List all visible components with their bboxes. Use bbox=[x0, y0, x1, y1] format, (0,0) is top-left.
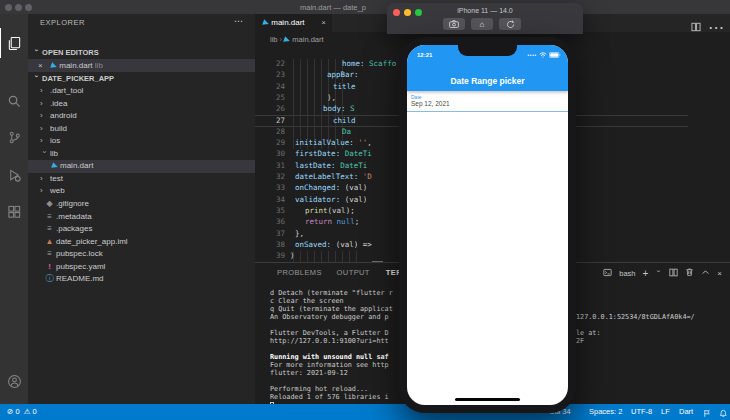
more-actions-icon[interactable]: ⋯ bbox=[234, 16, 243, 26]
code-line-26: body: S bbox=[323, 104, 355, 113]
window-minimize-button[interactable] bbox=[15, 4, 22, 11]
chevron-down-icon: › bbox=[30, 49, 43, 56]
dart-file-icon bbox=[51, 162, 59, 170]
indent-guide bbox=[314, 59, 315, 149]
editor-more-actions-icon[interactable]: ⋯ bbox=[708, 18, 724, 37]
tree-item-test[interactable]: ›test bbox=[28, 173, 255, 186]
terminal-line: Reloaded 1 of 576 libraries i bbox=[270, 393, 393, 401]
terminal-output[interactable]: d Detach (terminate "flutter rc Clear th… bbox=[270, 289, 393, 409]
new-terminal-icon[interactable]: + bbox=[642, 268, 648, 279]
language-mode[interactable]: Dart bbox=[679, 404, 693, 420]
feedback-flag-icon[interactable] bbox=[703, 408, 711, 420]
terminal-line: http://127.0.0.1:9100?uri=htt bbox=[270, 337, 393, 345]
tree-item-main-dart[interactable]: main.dart bbox=[28, 160, 255, 173]
search-icon[interactable] bbox=[0, 86, 28, 116]
date-field-value[interactable]: Sep 12, 2021 bbox=[411, 100, 450, 107]
code-line-38: onSaved: (val) => bbox=[295, 240, 372, 249]
close-icon[interactable]: × bbox=[38, 59, 43, 72]
chevron-right-icon: › bbox=[40, 173, 47, 186]
simulator-window-title: iPhone 11 — 14.0 bbox=[387, 7, 583, 14]
explorer-icon[interactable] bbox=[0, 28, 28, 58]
open-editors-section[interactable]: › OPEN EDITORS bbox=[28, 46, 255, 59]
open-editor-file: main.dart bbox=[59, 61, 92, 70]
open-editor-item[interactable]: × main.dart lib bbox=[28, 59, 255, 72]
status-bar: ⊘ 0 ⚠ 0 Col 34 Spaces: 2 UTF-8 LF Dart bbox=[0, 404, 730, 420]
tree-item--dart-tool[interactable]: ›.dart_tool bbox=[28, 85, 255, 98]
tab-close-icon[interactable]: × bbox=[321, 14, 326, 32]
kill-terminal-trash-icon[interactable] bbox=[685, 267, 694, 279]
screenshot-camera-icon[interactable] bbox=[443, 18, 465, 30]
panel-tab-problems[interactable]: PROBLEMS bbox=[277, 268, 322, 277]
tree-item-readme-md[interactable]: ⓘREADME.md bbox=[28, 273, 255, 286]
window-close-button[interactable] bbox=[5, 4, 12, 11]
line-number: 35 bbox=[255, 206, 285, 215]
tab-main-dart[interactable]: main.dart × bbox=[255, 14, 332, 32]
tree-item-date-picker-app-iml[interactable]: ▲date_picker_app.iml bbox=[28, 236, 255, 249]
window-zoom-button[interactable] bbox=[25, 4, 32, 11]
terminal-line bbox=[270, 321, 393, 329]
encoding-status[interactable]: UTF-8 bbox=[631, 404, 652, 420]
indent-guide bbox=[321, 59, 322, 149]
code-line-33: onChanged: (val) bbox=[295, 183, 367, 192]
terminal-line: d Detach (terminate "flutter r bbox=[270, 289, 393, 297]
code-line-30: firstDate: DateTi bbox=[295, 149, 372, 158]
extensions-icon[interactable] bbox=[0, 197, 28, 227]
panel-tab-output[interactable]: OUTPUT bbox=[337, 268, 370, 277]
tree-item--gitignore[interactable]: ◆.gitignore bbox=[28, 198, 255, 211]
code-line-22: home: Scaffo bbox=[342, 59, 396, 68]
chevron-right-icon: › bbox=[40, 135, 47, 148]
code-line-36: return null; bbox=[305, 217, 359, 226]
flutter-app-bar: Date Range picker bbox=[407, 71, 568, 91]
terminal-dropdown-icon[interactable]: › bbox=[655, 270, 662, 277]
line-number: 39 bbox=[255, 251, 285, 260]
line-number: 34 bbox=[255, 195, 285, 204]
project-section[interactable]: › DATE_PICKER_APP bbox=[28, 72, 255, 85]
tree-item-web[interactable]: ›web bbox=[28, 185, 255, 198]
tree-item--packages[interactable]: ≡.packages bbox=[28, 223, 255, 236]
run-debug-icon[interactable] bbox=[0, 160, 28, 190]
explorer-title: EXPLORER bbox=[40, 18, 85, 27]
split-terminal-icon[interactable] bbox=[669, 268, 678, 279]
code-line-39: ) bbox=[290, 251, 295, 260]
terminal-line-continuation: 2F bbox=[576, 337, 584, 345]
account-icon[interactable] bbox=[0, 366, 28, 396]
notifications-bell-icon[interactable] bbox=[719, 408, 728, 420]
config-file-icon: ≡ bbox=[45, 248, 54, 261]
rotate-device-icon[interactable] bbox=[499, 18, 521, 30]
eol-status[interactable]: LF bbox=[661, 404, 670, 420]
split-editor-icon[interactable] bbox=[691, 18, 701, 37]
source-control-icon[interactable] bbox=[0, 122, 28, 152]
tree-item-ios[interactable]: ›ios bbox=[28, 135, 255, 148]
shell-name[interactable]: bash bbox=[619, 269, 635, 278]
problems-status[interactable]: ⊘ 0 ⚠ 0 bbox=[7, 404, 37, 420]
terminal-line-continuation: le at: bbox=[576, 329, 601, 337]
maximize-panel-icon[interactable] bbox=[701, 268, 710, 279]
home-button-icon[interactable]: ⌂ bbox=[471, 18, 493, 30]
chevron-down-icon: › bbox=[30, 75, 43, 82]
iml-file-icon: ▲ bbox=[45, 236, 54, 249]
line-number: 38 bbox=[255, 240, 285, 249]
tree-item-android[interactable]: ›android bbox=[28, 110, 255, 123]
code-line-34: validator: (val) bbox=[295, 195, 367, 204]
tree-item--metadata[interactable]: ≡.metadata bbox=[28, 211, 255, 224]
close-panel-icon[interactable]: × bbox=[717, 269, 722, 278]
tree-item-build[interactable]: ›build bbox=[28, 123, 255, 136]
tree-item-pubspec-lock[interactable]: ≡pubspec.lock bbox=[28, 248, 255, 261]
tree-item-pubspec-yaml[interactable]: !pubspec.yaml bbox=[28, 261, 255, 274]
line-number: 33 bbox=[255, 183, 285, 192]
simulator-titlebar[interactable]: iPhone 11 — 14.0 ⌂ bbox=[387, 3, 583, 34]
code-line-24: title bbox=[333, 82, 356, 91]
terminal-line: An Observatory debugger and p bbox=[270, 313, 393, 321]
phone-screen[interactable]: 12:21 •••• Date Range picker Date Sep 12… bbox=[407, 45, 568, 405]
tree-item--idea[interactable]: ›.idea bbox=[28, 98, 255, 111]
open-editor-dir: lib bbox=[95, 61, 103, 70]
code-line-29: initialValue: '', bbox=[295, 138, 372, 147]
vscode-titlebar: main.dart — date_p bbox=[0, 0, 730, 14]
app-bar-title: Date Range picker bbox=[407, 76, 568, 86]
code-line-31: lastDate: DateTi bbox=[295, 161, 367, 170]
tree-item-lib[interactable]: ›lib bbox=[28, 148, 255, 161]
line-number: 29 bbox=[255, 138, 285, 147]
line-number: 28 bbox=[255, 127, 285, 136]
indentation-status[interactable]: Spaces: 2 bbox=[589, 404, 622, 420]
home-indicator[interactable] bbox=[455, 398, 520, 401]
